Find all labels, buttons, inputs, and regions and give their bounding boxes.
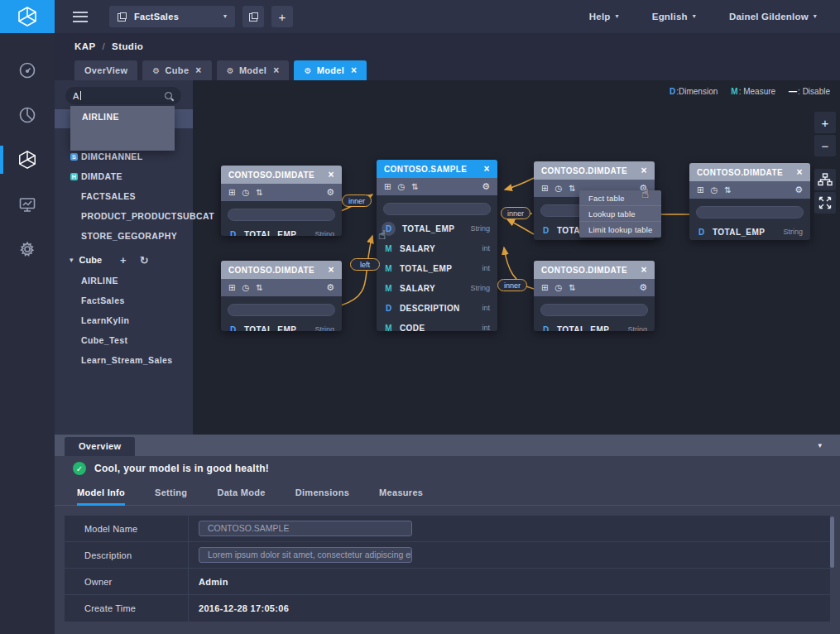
sort-icon[interactable]: ⇅	[569, 283, 575, 292]
zoom-out-button[interactable]: −	[814, 135, 836, 156]
tree-item-factsales[interactable]: FACTSALES	[55, 186, 193, 206]
field-row[interactable]: DTOTAL_EMPString	[377, 219, 497, 238]
project-selector[interactable]: FactSales ▾	[109, 6, 235, 27]
tab-setting[interactable]: Setting	[155, 488, 187, 505]
measure-badge[interactable]: M	[384, 244, 393, 253]
measure-badge[interactable]: M	[384, 284, 393, 293]
field-search-input[interactable]	[383, 203, 491, 215]
field-search-input[interactable]	[696, 206, 804, 219]
field-row[interactable]: DTOTAL_EMPString	[689, 222, 810, 240]
cube-item-airline[interactable]: AIRLINE	[55, 271, 193, 291]
columns-icon[interactable]: ⊞	[384, 182, 391, 191]
menu-item-limit-lookup-table[interactable]: Limit lookup table	[579, 222, 661, 238]
sort-icon[interactable]: ⇅	[569, 184, 575, 193]
cube-item-factsales[interactable]: FactSales	[55, 291, 193, 310]
dimension-badge[interactable]: D	[384, 304, 393, 313]
field-row[interactable]: DTOTAL_EMPString	[534, 319, 655, 331]
dimension-badge[interactable]: D	[541, 226, 550, 235]
model-canvas[interactable]: D:Dimension M: Measure —: Disable CONTOS…	[193, 80, 840, 435]
close-icon[interactable]: ×	[351, 65, 357, 76]
zoom-in-button[interactable]: +	[814, 112, 836, 133]
columns-icon[interactable]: ⊞	[228, 283, 235, 292]
field-row[interactable]: MCODEint	[377, 318, 497, 331]
tab-model-info[interactable]: Model Info	[77, 488, 125, 505]
gear-icon[interactable]: ⚙	[639, 282, 647, 293]
close-icon[interactable]: ×	[329, 264, 334, 276]
suggestion-item[interactable]: AIRLINE	[70, 106, 175, 122]
measure-badge[interactable]: M	[384, 324, 393, 332]
history-icon[interactable]: ◷	[710, 185, 718, 195]
fullscreen-button[interactable]	[814, 192, 836, 214]
columns-icon[interactable]: ⊞	[541, 184, 548, 193]
hamburger-menu-icon[interactable]	[73, 12, 88, 22]
help-menu[interactable]: Help ▾	[589, 12, 619, 22]
overview-tab[interactable]: Overview	[65, 437, 135, 456]
dimension-badge[interactable]: D	[541, 325, 550, 332]
model-table-dimdate-5[interactable]: CONTOSO.DIMDATE× ⊞◷⇅⚙ DTOTAL_EMPString	[221, 261, 342, 331]
gear-icon[interactable]: ⚙	[326, 282, 334, 293]
model-table-dimdate-4[interactable]: CONTOSO.DIMDATE× ⊞◷⇅⚙ DTOTAL_EMPString	[534, 261, 655, 331]
close-icon[interactable]: ×	[641, 165, 647, 176]
field-row[interactable]: DTOTAL_EMPString	[221, 224, 342, 236]
history-icon[interactable]: ◷	[242, 283, 249, 292]
sort-icon[interactable]: ⇅	[411, 182, 418, 191]
model-name-input[interactable]: CONTOSO.SAMPLE	[199, 521, 412, 536]
sort-icon[interactable]: ⇅	[256, 188, 262, 197]
tree-item-dimdate[interactable]: H DIMDATE	[55, 166, 193, 186]
history-icon[interactable]: ◷	[554, 283, 562, 292]
close-icon[interactable]: ×	[797, 166, 803, 178]
insight-icon[interactable]	[0, 93, 55, 137]
studio-icon[interactable]	[0, 137, 55, 182]
history-icon[interactable]: ◷	[397, 182, 405, 191]
history-icon[interactable]: ◷	[554, 184, 562, 193]
model-table-sample[interactable]: CONTOSO.SAMPLE× ⊞◷⇅⚙ DTOTAL_EMPString MS…	[377, 160, 497, 331]
columns-icon[interactable]: ⊞	[541, 283, 548, 292]
panel-scrollbar[interactable]	[830, 516, 834, 568]
user-menu[interactable]: Dainel Gildenlow ▾	[729, 12, 817, 22]
cube-item-learnkylin[interactable]: LearnKylin	[55, 310, 193, 330]
add-project-button[interactable]: +	[271, 6, 293, 27]
columns-icon[interactable]: ⊞	[697, 185, 703, 195]
field-search-input[interactable]	[228, 304, 335, 316]
measure-badge[interactable]: M	[384, 264, 393, 273]
tab-data-mode[interactable]: Data Mode	[217, 488, 265, 505]
tab-dimensions[interactable]: Dimensions	[295, 488, 349, 505]
language-menu[interactable]: Egnlish ▾	[652, 12, 696, 22]
tree-item-product-productsubcat[interactable]: PRODUCT_PRODUCTSUBCAT	[55, 206, 193, 226]
tab-model-1[interactable]: ⚙ Model ×	[217, 60, 290, 80]
field-search-input[interactable]	[228, 209, 335, 221]
close-icon[interactable]: ×	[329, 169, 334, 180]
cube-section-header[interactable]: ▾ Cube + ↻	[55, 249, 193, 271]
close-icon[interactable]: ×	[484, 163, 490, 175]
table-search-input[interactable]: A	[65, 87, 181, 104]
model-table-dimdate-3[interactable]: CONTOSO.DIMDATE× ⊞◷⇅⚙ DTOTAL_EMPString	[689, 163, 810, 240]
description-input[interactable]: Lorem ipsum dolor sit amet, consectetur …	[199, 547, 412, 563]
join-label-left[interactable]: left	[350, 258, 380, 271]
join-label-inner-2[interactable]: inner	[501, 207, 530, 219]
collapse-panel-icon[interactable]: ▾	[818, 441, 822, 449]
sort-icon[interactable]: ⇅	[256, 283, 262, 292]
menu-item-lookup-table[interactable]: Lookup table	[579, 206, 661, 222]
sort-icon[interactable]: ⇅	[724, 185, 731, 195]
add-cube-icon[interactable]: +	[120, 254, 127, 267]
dimension-badge[interactable]: D	[228, 325, 238, 332]
close-icon[interactable]: ×	[273, 65, 279, 76]
field-search-input[interactable]	[540, 304, 648, 316]
field-row[interactable]: MTOTAL_EMPint	[377, 258, 497, 278]
clone-project-button[interactable]	[242, 6, 264, 27]
cube-item-learn-stream-sales[interactable]: Learn_Stream_Sales	[55, 350, 193, 370]
field-row[interactable]: DDESCRIPTIONint	[377, 298, 497, 318]
field-row[interactable]: MSALARYString	[377, 278, 497, 298]
dimension-badge[interactable]: D	[228, 230, 238, 237]
tree-item-store-gegoraphy[interactable]: STORE_GEGORAPHY	[55, 226, 193, 246]
menu-item-fact-table[interactable]: Fact table	[579, 190, 661, 206]
dashboard-icon[interactable]	[0, 48, 55, 93]
join-label-inner-3[interactable]: inner	[497, 279, 527, 291]
close-icon[interactable]: ×	[195, 65, 201, 76]
tab-overview[interactable]: OverView	[74, 60, 137, 80]
tab-model-2[interactable]: ⚙ Model ×	[294, 60, 367, 80]
settings-icon[interactable]	[0, 227, 55, 271]
join-label-inner-1[interactable]: inner	[342, 195, 372, 207]
gear-icon[interactable]: ⚙	[326, 187, 334, 198]
cube-item-cube-test[interactable]: Cube_Test	[55, 330, 193, 350]
